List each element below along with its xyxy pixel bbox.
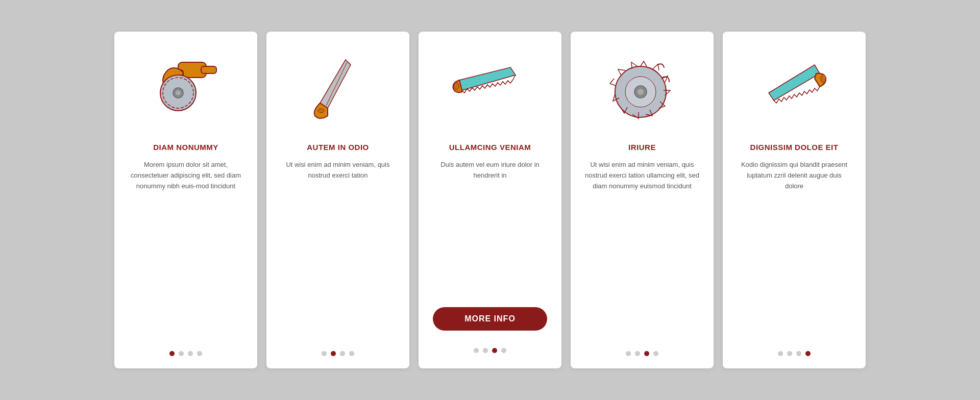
- dot: [787, 351, 792, 356]
- dot: [340, 351, 345, 356]
- card-5-dots: [778, 351, 811, 356]
- cards-container: DIAM NONUMMY Morem ipsum dolor sit amet,…: [84, 11, 896, 389]
- card-1-text: Morem ipsum dolor sit amet, consectetuer…: [129, 160, 243, 339]
- dot: [492, 348, 497, 353]
- card-1-dots: [169, 351, 202, 356]
- svg-point-11: [454, 83, 459, 90]
- card-2-title: AUTEM IN ODIO: [307, 143, 369, 152]
- more-info-button[interactable]: MORE INFO: [433, 307, 547, 331]
- svg-point-15: [638, 89, 644, 95]
- dot: [805, 351, 811, 356]
- card-5-icon: [753, 47, 835, 129]
- card-1: DIAM NONUMMY Morem ipsum dolor sit amet,…: [114, 32, 257, 368]
- card-2-text: Ut wisi enim ad minim veniam, quis nostr…: [281, 160, 395, 339]
- dot: [644, 351, 649, 356]
- svg-rect-6: [201, 66, 216, 73]
- svg-point-5: [176, 90, 181, 95]
- dot: [169, 351, 175, 356]
- dot: [474, 348, 479, 353]
- dot: [197, 351, 202, 356]
- card-5-text: Kodio dignissim qui blandit praesent lup…: [737, 160, 851, 339]
- card-1-icon: [145, 47, 227, 129]
- card-3: ULLAMCING VENIAM Duis autem vel eum iriu…: [419, 32, 561, 368]
- card-3-text: Duis autem vel eum iriure dolor in hendr…: [433, 160, 547, 297]
- svg-point-9: [318, 109, 324, 113]
- dot: [331, 351, 336, 356]
- dot: [778, 351, 783, 356]
- card-2: AUTEM IN ODIO Ut wisi enim ad minim veni…: [266, 32, 409, 368]
- card-4-icon: [601, 47, 683, 129]
- dot: [796, 351, 801, 356]
- dot: [188, 351, 193, 356]
- card-4: IRIURE Ut wisi enim ad minim veniam, qui…: [571, 32, 714, 368]
- dot: [179, 351, 184, 356]
- dot: [322, 351, 327, 356]
- card-1-title: DIAM NONUMMY: [153, 143, 218, 152]
- dot: [653, 351, 658, 356]
- card-3-icon: [449, 47, 531, 129]
- card-4-text: Ut wisi enim ad minim veniam, quis nostr…: [585, 160, 699, 339]
- svg-marker-16: [769, 65, 820, 101]
- card-5-title: DIGNISSIM DOLOE EIT: [750, 143, 839, 152]
- svg-point-17: [821, 74, 826, 83]
- card-2-icon: [297, 47, 379, 129]
- card-4-dots: [626, 351, 658, 356]
- dot: [483, 348, 488, 353]
- card-5: DIGNISSIM DOLOE EIT Kodio dignissim qui …: [723, 32, 866, 368]
- card-3-title: ULLAMCING VENIAM: [449, 143, 531, 152]
- card-3-dots: [474, 348, 506, 353]
- svg-marker-10: [459, 67, 516, 90]
- dot: [635, 351, 640, 356]
- svg-marker-7: [320, 60, 351, 108]
- card-4-title: IRIURE: [628, 143, 656, 152]
- card-2-dots: [322, 351, 354, 356]
- dot: [626, 351, 631, 356]
- dot: [501, 348, 506, 353]
- dot: [349, 351, 354, 356]
- svg-line-8: [326, 62, 347, 106]
